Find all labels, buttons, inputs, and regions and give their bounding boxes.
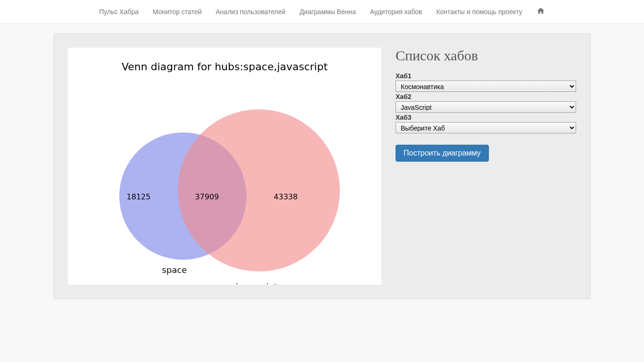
main-container: Venn diagram for hubs:space,javascript 1… — [53, 33, 591, 299]
venn-circle-javascript — [178, 109, 340, 272]
main-panel: Venn diagram for hubs:space,javascript 1… — [53, 33, 591, 299]
hub2-group: Хаб2 JavaScript — [396, 93, 576, 113]
venn-value-space-only: 18125 — [127, 192, 151, 201]
top-navbar: Пульс Хабра Монитор статей Анализ пользо… — [0, 0, 644, 24]
venn-chart: Venn diagram for hubs:space,javascript 1… — [68, 48, 381, 285]
home-icon[interactable] — [529, 0, 552, 24]
hub2-select[interactable]: JavaScript — [396, 101, 576, 113]
hub3-select[interactable]: Выберите Хаб — [396, 122, 576, 133]
nav-pulse[interactable]: Пульс Хабра — [92, 1, 146, 23]
nav-venn[interactable]: Диаграммы Венна — [292, 1, 363, 23]
nav-list: Пульс Хабра Монитор статей Анализ пользо… — [92, 0, 552, 24]
hub1-label: Хаб1 — [396, 72, 576, 80]
nav-contacts[interactable]: Контакты и помощь проекту — [429, 1, 529, 23]
hub1-select[interactable]: Космонавтика — [396, 81, 576, 92]
hub1-group: Хаб1 Космонавтика — [396, 72, 576, 92]
hub3-label: Хаб3 — [396, 114, 576, 121]
venn-label-space: space — [162, 265, 187, 275]
sidebar-title: Список хабов — [396, 48, 576, 64]
venn-value-javascript-only: 43338 — [274, 192, 298, 201]
nav-monitor[interactable]: Монитор статей — [146, 1, 208, 23]
venn-label-javascript: javascript — [235, 282, 277, 285]
venn-value-intersection: 37909 — [195, 192, 219, 201]
hub3-group: Хаб3 Выберите Хаб — [396, 114, 576, 133]
build-diagram-button[interactable]: Построить диаграмму — [396, 145, 489, 162]
nav-hub-audience[interactable]: Аудитория хабов — [363, 1, 429, 23]
sidebar: Список хабов Хаб1 Космонавтика Хаб2 Java… — [396, 48, 576, 285]
venn-svg: 18125 37909 43338 space javascript — [68, 48, 381, 285]
hub2-label: Хаб2 — [396, 93, 576, 100]
nav-user-analysis[interactable]: Анализ пользователей — [209, 1, 293, 23]
